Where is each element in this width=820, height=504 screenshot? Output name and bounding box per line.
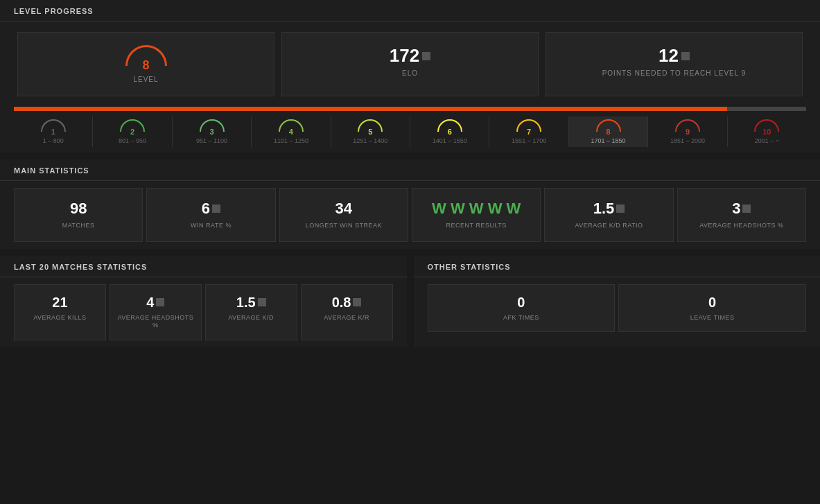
points-label: POINTS NEEDED TO REACH LEVEL 9 xyxy=(560,69,788,77)
scale-gauge-lv1: 1 xyxy=(41,119,66,136)
avg-kr-card: 0.8 AVERAGE K/R xyxy=(301,284,393,340)
scale-item-lv10[interactable]: 10 2001 – ~ xyxy=(727,116,806,147)
elo-number: 172 xyxy=(390,45,419,67)
avg-kd-value: 1.5 xyxy=(552,200,665,218)
level-label: LEVEL xyxy=(32,76,260,83)
scale-item-lv2[interactable]: 2 801 – 950 xyxy=(92,116,171,147)
leave-times-value: 0 xyxy=(626,295,799,311)
last20-avg-hs-card: 4 AVERAGE HEADSHOTS % xyxy=(110,284,202,340)
points-card: 12 POINTS NEEDED TO REACH LEVEL 9 xyxy=(546,32,803,96)
scale-item-lv9[interactable]: 9 1851 – 2000 xyxy=(647,116,726,147)
last20-avg-hs-value: 4 xyxy=(117,295,194,311)
main-stats-header: MAIN STATISTICS xyxy=(0,159,820,181)
recent-results-label: RECENT RESULTS xyxy=(419,222,533,230)
avg-hs-box-icon xyxy=(742,205,751,213)
scale-item-lv5[interactable]: 5 1251 – 1400 xyxy=(331,116,410,147)
afk-times-label: AFK TIMES xyxy=(435,314,608,322)
leave-times-label: LEAVE TIMES xyxy=(626,314,799,322)
other-stats-header: OTHER STATISTICS xyxy=(414,256,821,277)
avg-kills-card: 21 AVERAGE KILLS xyxy=(14,284,106,340)
progress-bar-container xyxy=(14,107,806,111)
matches-label: MATCHES xyxy=(21,222,135,230)
avg-kd-box-icon xyxy=(616,205,625,213)
last20-hs-box-icon xyxy=(156,298,164,306)
progress-bar-fill xyxy=(14,107,727,111)
win-rate-label: WIN RATE % xyxy=(154,222,268,230)
elo-value: 172 xyxy=(296,45,524,67)
recent-results-card: W W W W W RECENT RESULTS xyxy=(412,188,541,242)
recent-results-value: W W W W W xyxy=(419,200,533,218)
longest-streak-label: LONGEST WIN STREAK xyxy=(287,222,401,230)
longest-streak-card: 34 LONGEST WIN STREAK xyxy=(279,188,408,242)
scale-item-lv7[interactable]: 7 1551 – 1700 xyxy=(489,116,568,147)
level-cards-row: 8 LEVEL 172 ELO 12 POINTS NEEDED TO REAC… xyxy=(0,21,820,107)
avg-kr-value: 0.8 xyxy=(308,295,385,311)
avg-kd-label: AVERAGE K/D RATIO xyxy=(552,222,665,230)
last20-stats-grid: 21 AVERAGE KILLS 4 AVERAGE HEADSHOTS % 1… xyxy=(0,277,407,347)
avg-hs-label: AVERAGE HEADSHOTS % xyxy=(685,222,799,230)
avg-hs-card: 3 AVERAGE HEADSHOTS % xyxy=(677,188,806,242)
win-rate-card: 6 WIN RATE % xyxy=(146,188,275,242)
last20-header: LAST 20 MATCHES STATISTICS xyxy=(0,256,407,277)
scale-item-lv1[interactable]: 1 1 – 800 xyxy=(14,116,92,147)
level-card: 8 LEVEL xyxy=(17,32,274,96)
afk-times-card: 0 AFK TIMES xyxy=(428,284,616,333)
scale-item-lv8[interactable]: 8 1701 – 1850 xyxy=(568,116,647,147)
last20-avg-hs-label: AVERAGE HEADSHOTS % xyxy=(117,314,194,330)
scale-item-lv3[interactable]: 3 951 – 1100 xyxy=(172,116,251,147)
avg-kills-label: AVERAGE KILLS xyxy=(21,314,98,322)
last20-kd-box-icon xyxy=(258,298,266,306)
longest-streak-value: 34 xyxy=(287,200,401,218)
level-scale: 1 1 – 800 2 801 – 950 3 951 – 1100 4 110… xyxy=(0,111,820,153)
avg-kd-card: 1.5 AVERAGE K/D RATIO xyxy=(544,188,673,242)
scale-item-lv4[interactable]: 4 1101 – 1250 xyxy=(251,116,330,147)
level-value: 8 xyxy=(125,58,167,73)
elo-label: ELO xyxy=(296,69,524,77)
last20-avg-kd-card: 1.5 AVERAGE K/D xyxy=(205,284,297,340)
elo-box-icon xyxy=(422,52,430,60)
avg-kr-box-icon xyxy=(353,298,361,306)
win-rate-value: 6 xyxy=(154,200,268,218)
avg-kills-value: 21 xyxy=(21,295,98,311)
points-box-icon xyxy=(681,52,690,60)
last20-avg-kd-label: AVERAGE K/D xyxy=(213,314,290,322)
scale-item-lv6[interactable]: 6 1401 – 1550 xyxy=(410,116,489,147)
points-number: 12 xyxy=(658,45,679,67)
afk-times-value: 0 xyxy=(435,295,608,311)
win-rate-box-icon xyxy=(212,205,220,213)
matches-card: 98 MATCHES xyxy=(14,188,143,242)
avg-kr-label: AVERAGE K/R xyxy=(308,314,385,322)
points-value: 12 xyxy=(560,45,788,67)
avg-hs-value: 3 xyxy=(685,200,799,218)
last20-avg-kd-value: 1.5 xyxy=(213,295,290,311)
matches-value: 98 xyxy=(21,200,135,218)
leave-times-card: 0 LEAVE TIMES xyxy=(618,284,806,333)
level-gauge: 8 xyxy=(125,45,167,73)
elo-card: 172 ELO xyxy=(281,32,539,96)
main-stats-grid: 98 MATCHES 6 WIN RATE % 34 LONGEST WIN S… xyxy=(0,181,820,249)
level-progress-header: LEVEL PROGRESS xyxy=(0,0,820,21)
other-stats-grid: 0 AFK TIMES 0 LEAVE TIMES xyxy=(414,277,821,340)
